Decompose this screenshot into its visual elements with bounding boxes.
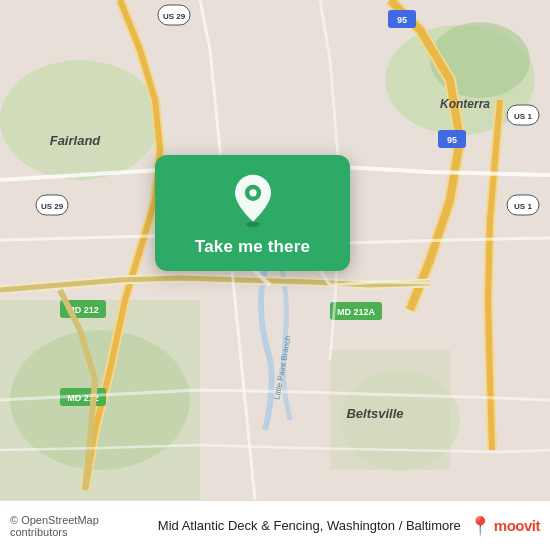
svg-text:US 29: US 29 xyxy=(41,202,64,211)
moovit-pin-icon: 📍 xyxy=(469,515,491,537)
place-label: Mid Atlantic Deck & Fencing, Washington … xyxy=(158,518,461,533)
moovit-logo: 📍 moovit xyxy=(469,515,540,537)
svg-text:Fairland: Fairland xyxy=(50,133,102,148)
svg-text:95: 95 xyxy=(447,135,457,145)
svg-text:Konterra: Konterra xyxy=(440,97,490,111)
cta-button-label: Take me there xyxy=(195,237,310,257)
svg-text:US 1: US 1 xyxy=(514,202,532,211)
svg-text:MD 212A: MD 212A xyxy=(337,307,376,317)
svg-point-1 xyxy=(0,60,160,180)
map-container: 95 95 US 29 US 29 US 1 US 1 MD 212 MD 21… xyxy=(0,0,550,500)
svg-point-32 xyxy=(249,189,256,196)
svg-text:US 1: US 1 xyxy=(514,112,532,121)
svg-point-3 xyxy=(430,22,530,98)
svg-text:Beltsville: Beltsville xyxy=(346,406,403,421)
svg-text:US 29: US 29 xyxy=(163,12,186,21)
footer-bar: © OpenStreetMap contributors Mid Atlanti… xyxy=(0,500,550,550)
svg-point-30 xyxy=(245,222,259,227)
cta-card[interactable]: Take me there xyxy=(155,155,350,271)
map-attribution: © OpenStreetMap contributors xyxy=(10,514,150,538)
location-pin-icon xyxy=(226,173,280,227)
svg-text:95: 95 xyxy=(397,15,407,25)
moovit-brand-label: moovit xyxy=(494,517,540,534)
